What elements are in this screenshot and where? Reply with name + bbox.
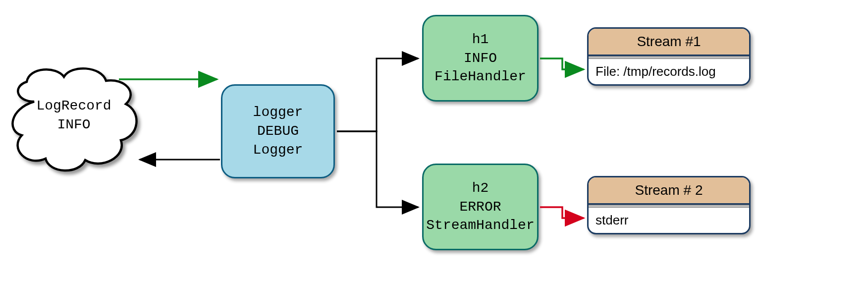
stream-2-node: Stream # 2 stderr [587, 176, 751, 234]
logger-level: DEBUG [257, 122, 299, 141]
handler-h1-level: INFO [464, 49, 497, 68]
logger-name: logger [253, 103, 303, 122]
log-record-text: LogRecord INFO [7, 97, 141, 134]
handler-h2-name: h2 [472, 179, 489, 198]
logger-node: logger DEBUG Logger [221, 84, 335, 178]
arrow-h1-to-s1 [540, 58, 584, 69]
handler-h2-level: ERROR [459, 198, 501, 217]
logger-class: Logger [253, 141, 303, 160]
log-record-name: LogRecord [7, 97, 141, 115]
log-record-level: INFO [7, 115, 141, 134]
stream-2-body: stderr [589, 208, 749, 233]
handler-h2-node: h2 ERROR StreamHandler [422, 164, 539, 250]
arrow-h2-to-s2 [540, 207, 584, 218]
handler-h2-class: StreamHandler [426, 216, 534, 235]
stream-1-body: File: /tmp/records.log [589, 59, 749, 84]
stream-1-title: Stream #1 [589, 29, 749, 56]
handler-h1-class: FileHandler [434, 67, 526, 86]
handler-h1-name: h1 [472, 30, 489, 49]
handler-h1-node: h1 INFO FileHandler [422, 15, 539, 102]
arrow-logger-to-h1 [337, 58, 418, 131]
arrow-logger-to-h2 [337, 131, 418, 207]
stream-1-node: Stream #1 File: /tmp/records.log [587, 27, 751, 86]
stream-2-title: Stream # 2 [589, 177, 749, 205]
